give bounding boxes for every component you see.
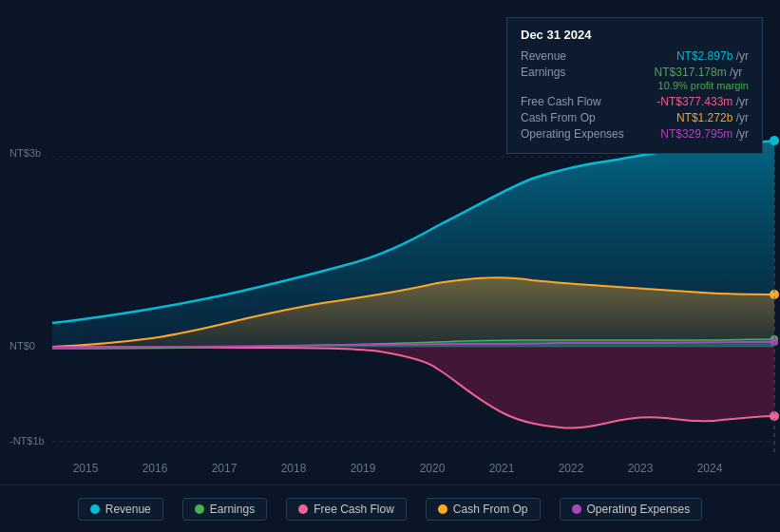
tooltip-fcf-row: Free Cash Flow -NT$377.433m /yr xyxy=(521,95,749,108)
legend-label-earnings: Earnings xyxy=(210,503,255,516)
tooltip-date: Dec 31 2024 xyxy=(521,28,749,42)
legend-dot-revenue xyxy=(90,504,100,514)
svg-text:2019: 2019 xyxy=(351,462,376,475)
profit-margin: 10.9% profit margin xyxy=(658,80,749,91)
legend-dot-earnings xyxy=(195,504,204,514)
svg-text:2023: 2023 xyxy=(628,462,654,475)
legend-earnings[interactable]: Earnings xyxy=(182,498,267,521)
svg-text:2021: 2021 xyxy=(489,462,515,475)
svg-text:2015: 2015 xyxy=(73,462,99,475)
tooltip-opex-label: Operating Expenses xyxy=(521,127,625,141)
legend-opex[interactable]: Operating Expenses xyxy=(560,498,703,521)
legend-dot-cashop xyxy=(438,504,447,514)
legend-label-cashop: Cash From Op xyxy=(453,503,528,516)
tooltip-earnings-row: Earnings NT$317.178m /yr 10.9% profit ma… xyxy=(521,66,749,92)
tooltip-cashop-value: NT$1.272b /yr xyxy=(676,111,749,124)
data-tooltip: Dec 31 2024 Revenue NT$2.897b /yr Earnin… xyxy=(506,17,763,154)
svg-text:2020: 2020 xyxy=(420,462,446,475)
legend-label-revenue: Revenue xyxy=(105,503,151,516)
tooltip-earnings-label: Earnings xyxy=(521,66,625,79)
tooltip-fcf-value: -NT$377.433m /yr xyxy=(656,95,749,108)
legend-fcf[interactable]: Free Cash Flow xyxy=(286,498,407,521)
legend-label-opex: Operating Expenses xyxy=(587,503,691,516)
svg-text:2022: 2022 xyxy=(559,462,584,475)
svg-text:2024: 2024 xyxy=(697,462,723,475)
svg-text:2017: 2017 xyxy=(212,462,238,475)
chart-legend: Revenue Earnings Free Cash Flow Cash Fro… xyxy=(0,484,780,532)
tooltip-fcf-label: Free Cash Flow xyxy=(521,95,625,108)
tooltip-opex-row: Operating Expenses NT$329.795m /yr xyxy=(521,127,749,141)
tooltip-cashop-label: Cash From Op xyxy=(521,111,625,124)
legend-dot-fcf xyxy=(298,504,308,514)
tooltip-opex-value: NT$329.795m /yr xyxy=(660,127,749,141)
legend-dot-opex xyxy=(572,504,581,514)
legend-cashop[interactable]: Cash From Op xyxy=(426,498,541,521)
tooltip-earnings-value: NT$317.178m /yr 10.9% profit margin xyxy=(655,66,749,92)
legend-revenue[interactable]: Revenue xyxy=(78,498,163,521)
svg-point-3 xyxy=(770,136,779,145)
tooltip-revenue-label: Revenue xyxy=(521,49,625,63)
svg-text:2018: 2018 xyxy=(281,462,307,475)
tooltip-cashop-row: Cash From Op NT$1.272b /yr xyxy=(521,111,749,124)
svg-text:2016: 2016 xyxy=(143,462,168,475)
tooltip-revenue-value: NT$2.897b /yr xyxy=(676,49,749,63)
legend-label-fcf: Free Cash Flow xyxy=(314,503,394,516)
tooltip-revenue-row: Revenue NT$2.897b /yr xyxy=(521,49,749,63)
